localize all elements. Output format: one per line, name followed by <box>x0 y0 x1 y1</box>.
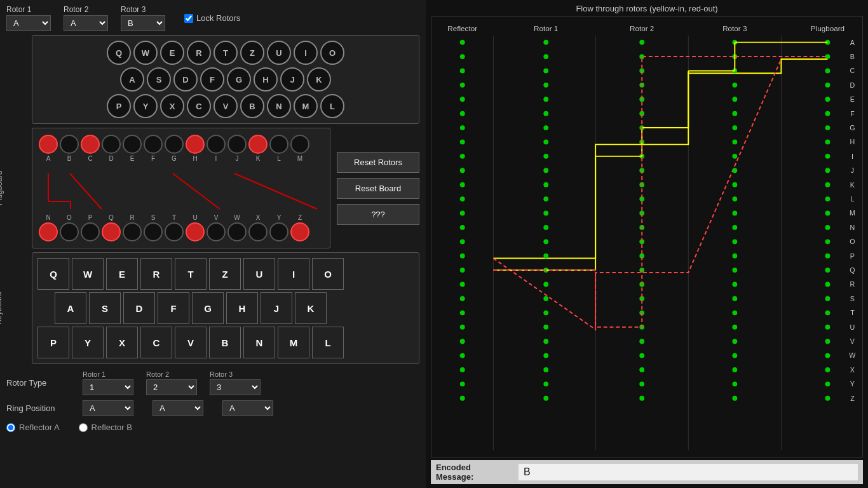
rotor1-position-select[interactable]: ABCDE FGHIJ KLMNO PQRST UVWXYZ <box>6 15 51 31</box>
lamp-T[interactable]: T <box>214 41 238 65</box>
key-U[interactable]: U <box>243 258 275 290</box>
lamp-Q[interactable]: Q <box>107 41 131 65</box>
plug-Y-bot[interactable] <box>269 222 288 241</box>
plug-F-top[interactable] <box>144 135 163 154</box>
plug-G-top[interactable] <box>165 135 184 154</box>
lamp-W[interactable]: W <box>133 41 158 65</box>
svg-point-142 <box>732 367 737 372</box>
rotor2-type-select[interactable]: 123 <box>146 379 197 395</box>
key-N[interactable]: N <box>243 327 275 358</box>
plug-N-bot[interactable] <box>39 222 58 241</box>
key-M2[interactable]: M <box>278 327 309 358</box>
lamp-X[interactable]: X <box>160 94 184 118</box>
plug-U-bot[interactable] <box>186 222 205 241</box>
key-R[interactable]: R <box>140 258 172 290</box>
plug-V-bot[interactable] <box>207 222 226 241</box>
plug-Q-bot[interactable] <box>102 222 121 241</box>
key-K[interactable]: K <box>295 292 327 324</box>
key-J[interactable]: J <box>261 292 292 324</box>
plug-K-top[interactable] <box>248 135 268 154</box>
reset-board-button[interactable]: Reset Board <box>337 178 419 199</box>
plug-S-bot[interactable] <box>144 222 163 241</box>
key-V[interactable]: V <box>175 327 207 358</box>
lamp-A[interactable]: A <box>120 67 144 92</box>
plug-T-label: T <box>172 214 176 221</box>
key-I[interactable]: I <box>278 258 309 290</box>
plug-A-col: A <box>39 135 58 162</box>
key-B[interactable]: B <box>209 327 241 358</box>
key-H[interactable]: H <box>226 292 258 324</box>
key-L[interactable]: L <box>312 327 344 358</box>
lamp-N[interactable]: N <box>267 94 291 118</box>
key-A[interactable]: A <box>55 292 86 324</box>
plug-D-top[interactable] <box>102 135 121 154</box>
plug-H-top[interactable] <box>186 135 205 154</box>
rotor3-position-select[interactable]: ABC <box>121 15 165 31</box>
encoded-message-input[interactable] <box>519 464 858 480</box>
key-Z[interactable]: Z <box>209 258 241 290</box>
plug-X-bot[interactable] <box>248 222 268 241</box>
lamp-S[interactable]: S <box>147 67 171 92</box>
key-E[interactable]: E <box>106 258 138 290</box>
reflector-a-radio[interactable] <box>6 423 15 432</box>
key-P[interactable]: P <box>37 327 69 358</box>
plug-A-top[interactable] <box>39 135 58 154</box>
rotor3-type-select[interactable]: 123 <box>210 379 261 395</box>
lamp-E[interactable]: E <box>160 41 184 65</box>
plug-Z-bot[interactable] <box>290 222 309 241</box>
plug-C-top[interactable] <box>81 135 100 154</box>
plug-L-top[interactable] <box>269 135 288 154</box>
rotor2-position-select[interactable]: ABC <box>64 15 108 31</box>
lamp-F[interactable]: F <box>200 67 224 92</box>
ring1-select[interactable]: ABC <box>83 400 133 416</box>
key-Q[interactable]: Q <box>37 258 69 290</box>
lamp-D[interactable]: D <box>173 67 198 92</box>
plug-R-bot[interactable] <box>123 222 142 241</box>
mystery-button[interactable]: ??? <box>337 204 419 225</box>
plug-O-bot[interactable] <box>60 222 79 241</box>
lamp-V[interactable]: V <box>214 94 238 118</box>
lamp-I[interactable]: I <box>294 41 318 65</box>
key-Y[interactable]: Y <box>72 327 104 358</box>
ring3-select[interactable]: ABC <box>222 400 273 416</box>
lamp-R[interactable]: R <box>187 41 211 65</box>
lamp-G[interactable]: G <box>227 67 251 92</box>
key-F[interactable]: F <box>158 292 189 324</box>
key-X[interactable]: X <box>106 327 138 358</box>
plug-Y-label: Y <box>277 214 281 221</box>
plug-E-top[interactable] <box>123 135 142 154</box>
key-O[interactable]: O <box>312 258 344 290</box>
lock-rotors-checkbox[interactable] <box>184 14 193 23</box>
rotor1-type-select[interactable]: 12345 <box>83 379 133 395</box>
plug-B-top[interactable] <box>60 135 79 154</box>
lamp-Y[interactable]: Y <box>133 94 158 118</box>
plug-I-top[interactable] <box>207 135 226 154</box>
lamp-L[interactable]: L <box>320 94 344 118</box>
plug-P-bot[interactable] <box>81 222 100 241</box>
key-G[interactable]: G <box>192 292 224 324</box>
lamp-U[interactable]: U <box>267 41 291 65</box>
svg-point-49 <box>460 154 465 159</box>
lamp-J[interactable]: J <box>280 67 304 92</box>
plug-T-bot[interactable] <box>165 222 184 241</box>
plug-W-bot[interactable] <box>227 222 247 241</box>
reflector-b-radio[interactable] <box>79 423 88 432</box>
lamp-O[interactable]: O <box>320 41 344 65</box>
key-W[interactable]: W <box>72 258 104 290</box>
lamp-C[interactable]: C <box>187 94 211 118</box>
ring2-select[interactable]: ABC <box>153 400 203 416</box>
lamp-Z[interactable]: Z <box>240 41 264 65</box>
lamp-P[interactable]: P <box>107 94 131 118</box>
reset-rotors-button[interactable]: Reset Rotors <box>337 152 419 173</box>
key-D[interactable]: D <box>123 292 155 324</box>
svg-point-138 <box>732 310 737 315</box>
lamp-M[interactable]: M <box>294 94 318 118</box>
lamp-K[interactable]: K <box>307 67 331 92</box>
key-T[interactable]: T <box>175 258 207 290</box>
lamp-B[interactable]: B <box>240 94 264 118</box>
plug-M-top[interactable] <box>290 135 309 154</box>
key-C[interactable]: C <box>140 327 172 358</box>
lamp-H[interactable]: H <box>254 67 278 92</box>
key-S[interactable]: S <box>89 292 121 324</box>
plug-J-top[interactable] <box>227 135 247 154</box>
